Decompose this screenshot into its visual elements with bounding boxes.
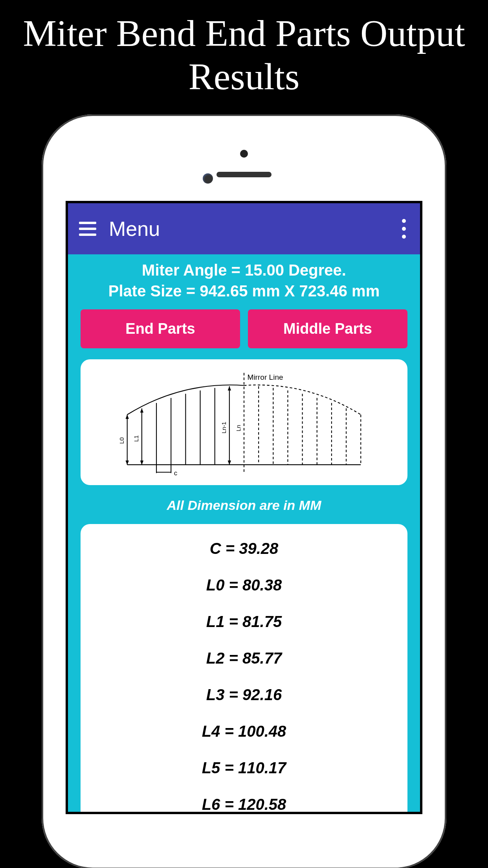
- l1-label: L1: [133, 435, 139, 442]
- c-label: c: [174, 469, 178, 476]
- app-bar-title: Menu: [109, 217, 160, 241]
- mirror-line-label: Mirror Line: [247, 373, 283, 381]
- svg-marker-18: [126, 415, 129, 419]
- hamburger-icon[interactable]: [79, 222, 96, 236]
- app-bar-left: Menu: [79, 217, 160, 241]
- value-l3: L3 = 92.16: [92, 686, 396, 704]
- tab-buttons: End Parts Middle Parts: [81, 309, 407, 348]
- l0-label: L0: [119, 437, 125, 444]
- phone-sensor: [240, 150, 248, 158]
- phone-inner: Menu Miter Angle = 15.00 Degree. Plate S…: [53, 126, 435, 857]
- more-vert-icon[interactable]: [399, 216, 409, 242]
- value-l5: L5 = 110.17: [92, 759, 396, 777]
- value-l1: L1 = 81.75: [92, 613, 396, 631]
- diagram-card: Mirror Line: [81, 359, 407, 485]
- value-l6: L6 = 120.58: [92, 796, 396, 813]
- value-c: C = 39.28: [92, 540, 396, 557]
- miter-angle-text: Miter Angle = 15.00 Degree.: [81, 261, 407, 279]
- svg-marker-22: [228, 386, 231, 390]
- phone-speaker: [216, 172, 272, 177]
- content: Miter Angle = 15.00 Degree. Plate Size =…: [68, 254, 420, 814]
- miter-diagram: Mirror Line: [96, 369, 392, 477]
- svg-marker-23: [228, 460, 231, 465]
- app-screen: Menu Miter Angle = 15.00 Degree. Plate S…: [66, 201, 422, 814]
- end-parts-button[interactable]: End Parts: [81, 309, 240, 348]
- ln-label: Ln: [236, 425, 242, 431]
- promo-title: Miter Bend End Parts Output Results: [0, 0, 488, 107]
- value-l0: L0 = 80.38: [92, 576, 396, 594]
- phone-camera: [203, 173, 213, 184]
- dimension-note: All Dimension are in MM: [81, 498, 407, 513]
- svg-marker-19: [126, 460, 129, 465]
- ln1-label: Ln-1: [221, 422, 227, 434]
- value-l2: L2 = 85.77: [92, 649, 396, 667]
- svg-marker-20: [140, 408, 143, 413]
- svg-marker-21: [140, 460, 143, 465]
- phone-frame: Menu Miter Angle = 15.00 Degree. Plate S…: [42, 114, 446, 868]
- middle-parts-button[interactable]: Middle Parts: [248, 309, 407, 348]
- app-bar: Menu: [68, 203, 420, 254]
- value-l4: L4 = 100.48: [92, 723, 396, 740]
- values-card: C = 39.28 L0 = 80.38 L1 = 81.75 L2 = 85.…: [81, 524, 407, 814]
- plate-size-text: Plate Size = 942.65 mm X 723.46 mm: [81, 282, 407, 300]
